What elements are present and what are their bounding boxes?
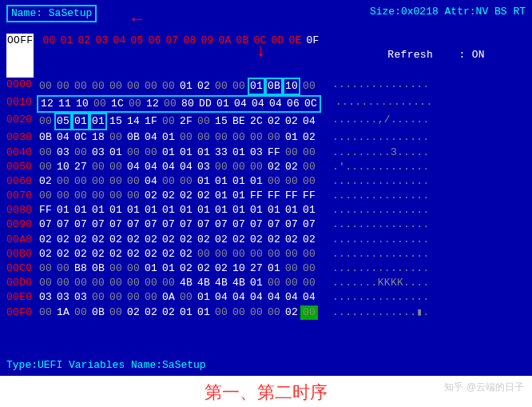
hex-byte[interactable]: 01 bbox=[89, 113, 107, 130]
hex-byte[interactable]: 00 bbox=[300, 79, 318, 94]
hex-byte[interactable]: 00 bbox=[265, 174, 283, 189]
hex-byte[interactable]: 03 bbox=[248, 146, 265, 160]
hex-byte[interactable]: 00 bbox=[107, 305, 125, 320]
hex-byte[interactable]: 02 bbox=[37, 247, 54, 261]
hex-byte[interactable]: B8 bbox=[72, 261, 89, 276]
hex-byte[interactable]: 02 bbox=[142, 247, 160, 261]
hex-byte[interactable]: 00 bbox=[107, 290, 125, 305]
hex-byte[interactable]: 00 bbox=[72, 276, 89, 290]
hex-byte[interactable]: 07 bbox=[142, 217, 160, 232]
hex-byte[interactable]: 04 bbox=[212, 290, 230, 305]
hex-byte[interactable]: 02 bbox=[160, 189, 177, 203]
hex-byte[interactable]: 02 bbox=[265, 160, 283, 174]
hex-byte[interactable]: 2F bbox=[177, 114, 195, 129]
hex-byte[interactable]: 01 bbox=[230, 203, 248, 217]
hex-byte[interactable]: 01 bbox=[230, 174, 248, 189]
hex-byte[interactable]: 04 bbox=[142, 174, 160, 189]
hex-byte[interactable]: 10 bbox=[230, 261, 248, 276]
hex-byte[interactable]: 00 bbox=[72, 146, 89, 160]
hex-byte[interactable]: 02 bbox=[177, 189, 195, 203]
hex-byte[interactable]: 00 bbox=[126, 97, 144, 111]
hex-byte[interactable]: 00 bbox=[300, 146, 318, 160]
hex-byte[interactable]: 02 bbox=[248, 233, 265, 247]
hex-byte[interactable]: 01 bbox=[72, 203, 89, 217]
hex-byte[interactable]: 07 bbox=[72, 217, 89, 232]
hex-byte[interactable]: 00 bbox=[195, 247, 212, 261]
hex-byte[interactable]: 00 bbox=[283, 276, 300, 290]
hex-byte[interactable]: 06 bbox=[284, 97, 302, 111]
hex-byte[interactable]: 00 bbox=[265, 247, 283, 261]
hex-byte[interactable]: 02 bbox=[107, 233, 125, 247]
hex-byte[interactable]: 01 bbox=[125, 203, 142, 217]
hex-byte[interactable]: 00 bbox=[283, 261, 300, 276]
hex-byte[interactable]: BE bbox=[230, 114, 248, 129]
hex-byte[interactable]: 00 bbox=[142, 79, 160, 94]
hex-byte[interactable]: 00 bbox=[125, 174, 142, 189]
hex-byte[interactable]: 0B bbox=[265, 78, 283, 95]
hex-byte[interactable]: 02 bbox=[160, 233, 177, 247]
hex-byte[interactable]: 00 bbox=[125, 79, 142, 94]
hex-byte[interactable]: 00 bbox=[142, 290, 160, 305]
hex-byte[interactable]: 00 bbox=[89, 174, 107, 189]
hex-byte[interactable]: 07 bbox=[54, 217, 72, 232]
hex-byte[interactable]: 00 bbox=[283, 247, 300, 261]
hex-byte[interactable]: 04 bbox=[283, 290, 300, 305]
hex-byte[interactable]: 01 bbox=[177, 79, 195, 94]
hex-byte[interactable]: 00 bbox=[37, 160, 54, 174]
hex-byte[interactable]: 00 bbox=[89, 79, 107, 94]
hex-byte[interactable]: 0A bbox=[160, 290, 177, 305]
hex-byte[interactable]: 01 bbox=[160, 203, 177, 217]
hex-byte[interactable]: 01 bbox=[230, 146, 248, 160]
hex-byte[interactable]: 07 bbox=[195, 217, 212, 232]
hex-byte[interactable]: 04 bbox=[300, 114, 318, 129]
hex-byte[interactable]: 02 bbox=[37, 233, 54, 247]
hex-byte[interactable]: 00 bbox=[107, 189, 125, 203]
hex-byte[interactable]: 03 bbox=[54, 146, 72, 160]
hex-byte[interactable]: 01 bbox=[54, 203, 72, 217]
hex-byte[interactable]: 02 bbox=[72, 247, 89, 261]
hex-byte[interactable]: 07 bbox=[230, 217, 248, 232]
hex-byte[interactable]: 00 bbox=[107, 130, 125, 145]
hex-byte[interactable]: 01 bbox=[195, 146, 212, 160]
hex-byte[interactable]: 02 bbox=[125, 247, 142, 261]
hex-byte[interactable]: 03 bbox=[195, 160, 212, 174]
hex-byte[interactable]: 01 bbox=[160, 261, 177, 276]
hex-byte[interactable]: 00 bbox=[195, 114, 212, 129]
hex-byte[interactable]: 01 bbox=[248, 174, 265, 189]
hex-byte[interactable]: 04 bbox=[265, 290, 283, 305]
hex-byte[interactable]: 02 bbox=[160, 305, 177, 320]
hex-byte[interactable]: 01 bbox=[214, 97, 232, 111]
hex-byte[interactable]: 00 bbox=[125, 276, 142, 290]
hex-byte[interactable]: 02 bbox=[265, 233, 283, 247]
hex-byte[interactable]: 00 bbox=[248, 247, 265, 261]
hex-byte[interactable]: 00 bbox=[72, 189, 89, 203]
hex-byte[interactable]: 80 bbox=[179, 97, 197, 111]
hex-byte[interactable]: 00 bbox=[125, 261, 142, 276]
hex-byte[interactable]: 02 bbox=[177, 233, 195, 247]
hex-byte[interactable]: 02 bbox=[195, 233, 212, 247]
hex-byte[interactable]: 02 bbox=[283, 160, 300, 174]
hex-byte[interactable]: 01 bbox=[248, 276, 265, 290]
hex-byte[interactable]: 02 bbox=[125, 233, 142, 247]
hex-byte[interactable]: 01 bbox=[142, 261, 160, 276]
hex-byte[interactable]: 00 bbox=[37, 146, 54, 160]
hex-byte[interactable]: 00 bbox=[265, 130, 283, 145]
hex-byte[interactable]: 0B bbox=[89, 261, 107, 276]
hex-byte[interactable]: 02 bbox=[283, 233, 300, 247]
hex-byte[interactable]: 00 bbox=[142, 276, 160, 290]
hex-byte[interactable]: 12 bbox=[144, 97, 161, 111]
hex-byte[interactable]: 4B bbox=[212, 276, 230, 290]
hex-byte[interactable]: 4B bbox=[230, 276, 248, 290]
hex-byte[interactable]: 00 bbox=[265, 276, 283, 290]
hex-byte[interactable]: 02 bbox=[142, 233, 160, 247]
hex-byte[interactable]: 04 bbox=[177, 160, 195, 174]
hex-byte[interactable]: 00 bbox=[72, 79, 89, 94]
hex-byte[interactable]: 33 bbox=[212, 146, 230, 160]
hex-byte[interactable]: 00 bbox=[212, 160, 230, 174]
hex-byte[interactable]: 02 bbox=[107, 247, 125, 261]
hex-byte[interactable]: 00 bbox=[248, 305, 265, 320]
hex-byte[interactable]: 00 bbox=[72, 305, 89, 320]
hex-byte[interactable]: 1A bbox=[54, 305, 72, 320]
hex-byte[interactable]: 00 bbox=[212, 130, 230, 145]
hex-byte[interactable]: 00 bbox=[300, 276, 318, 290]
